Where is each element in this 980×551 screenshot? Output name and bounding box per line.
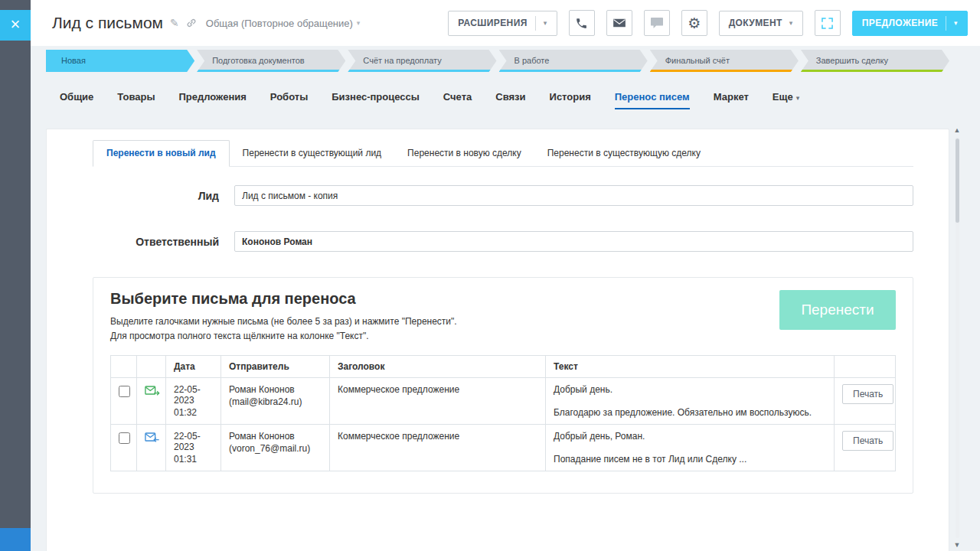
stage-prepay-invoice[interactable]: Счёт на предоплату [348, 50, 496, 72]
left-rail: × [0, 0, 31, 551]
mail-panel-title: Выберите письма для переноса [110, 290, 896, 308]
sender-column-header: Отправитель [221, 356, 330, 378]
mail-date-cell: 22-05-2023 01:31 [166, 425, 221, 471]
tab-more[interactable]: Еще▾ [773, 91, 799, 109]
tab-market[interactable]: Маркет [714, 91, 749, 109]
stage-new[interactable]: Новая [46, 50, 194, 72]
table-row: 22-05-2023 01:31 Роман Кононов (voron_76… [111, 425, 896, 471]
close-slider-button[interactable]: × [0, 10, 31, 41]
chevron-down-icon: ▾ [357, 19, 361, 27]
stage-close-deal[interactable]: Завершить сделку [801, 50, 949, 72]
offer-button[interactable]: ПРЕДЛОЖЕНИЕ ▾ [852, 11, 968, 36]
mail-select-panel: Выберите письма для переноса Выделите га… [93, 277, 913, 494]
button-divider [535, 16, 536, 31]
table-row: 22-05-2023 01:32 Роман Кононов (mail@kib… [111, 378, 896, 425]
pipeline-selector[interactable]: Общая (Повторное обращение) ▾ [206, 18, 361, 29]
tab-mail-transfer[interactable]: Перенос писем [615, 91, 690, 109]
call-button[interactable] [569, 10, 595, 36]
tab-robots[interactable]: Роботы [270, 91, 308, 109]
responsible-field-label: Ответственный [93, 236, 219, 248]
direction-column-header [137, 356, 166, 378]
app-root: × Лид с письмом ✎ Общая (Повторное обращ… [0, 0, 980, 551]
subtab-existing-deal[interactable]: Перенести в существующую сделку [534, 141, 714, 166]
stage-accent [650, 70, 799, 72]
offer-button-label: ПРЕДЛОЖЕНИЕ [862, 18, 938, 28]
tab-offers[interactable]: Предложения [179, 91, 247, 109]
content-area: Перенести в новый лид Перенести в сущест… [31, 119, 980, 551]
checkbox-column-header [111, 356, 137, 378]
stage-accent [801, 70, 949, 72]
stage-docs[interactable]: Подготовка документов [197, 50, 345, 72]
chevron-down-icon: ▾ [954, 19, 958, 27]
mail-text-cell[interactable]: Добрый день, Роман. Попадание писем не в… [546, 425, 835, 471]
chevron-down-icon: ▾ [544, 19, 547, 27]
mail-button[interactable] [606, 10, 632, 36]
text-column-header: Текст [546, 356, 835, 378]
fullscreen-button[interactable] [815, 10, 841, 36]
scrollbar-thumb[interactable] [956, 139, 959, 223]
mail-hint-line2: Для просмотра полного текста щёлкните на… [110, 329, 896, 344]
mail-sender-cell: Роман Кононов (voron_76@mail.ru) [221, 425, 330, 471]
tab-products[interactable]: Товары [117, 91, 155, 109]
mail-table-header-row: Дата Отправитель Заголовок Текст [111, 356, 896, 378]
lead-field-label: Лид [93, 190, 219, 202]
tab-history[interactable]: История [550, 91, 591, 109]
stage-in-progress[interactable]: В работе [499, 50, 648, 72]
stage-accent [197, 70, 345, 72]
settings-button[interactable]: ⚙ [681, 10, 707, 36]
subtab-new-lead[interactable]: Перенести в новый лид [93, 140, 230, 167]
stage-accent [348, 70, 496, 72]
print-button[interactable]: Печать [842, 431, 893, 451]
tab-business-processes[interactable]: Бизнес-процессы [332, 91, 420, 109]
subtab-existing-lead[interactable]: Перенести в существующий лид [230, 141, 395, 166]
phone-icon [575, 17, 588, 30]
mail-subject-cell: Коммерческое предложение [330, 378, 546, 425]
lead-name-input[interactable] [234, 185, 913, 206]
tab-links[interactable]: Связи [495, 91, 525, 109]
mail-date-cell: 22-05-2023 01:32 [166, 378, 221, 425]
mail-subject-cell: Коммерческое предложение [330, 425, 546, 471]
mail-text-cell[interactable]: Добрый день. Благодарю за предложение. О… [546, 378, 835, 425]
tab-general[interactable]: Общие [60, 91, 93, 109]
incoming-mail-icon [145, 431, 158, 444]
tab-invoices[interactable]: Счета [443, 91, 472, 109]
copy-link-icon[interactable] [186, 18, 197, 28]
main-area: Лид с письмом ✎ Общая (Повторное обращен… [31, 0, 980, 551]
extensions-button[interactable]: РАСШИРЕНИЯ ▾ [448, 11, 557, 36]
edit-title-icon[interactable]: ✎ [170, 17, 179, 29]
topbar-actions: РАСШИРЕНИЯ ▾ [448, 10, 968, 36]
mail-row-checkbox[interactable] [119, 386, 130, 397]
page-title: Лид с письмом [52, 14, 163, 32]
pipeline-selector-label: Общая (Повторное обращение) [206, 18, 353, 29]
outgoing-mail-icon [145, 384, 158, 397]
chevron-down-icon: ▾ [796, 94, 800, 102]
main-tabs: Общие Товары Предложения Роботы Бизнес-п… [31, 75, 980, 119]
transfer-button[interactable]: Перенести [779, 290, 896, 330]
gear-icon: ⚙ [688, 16, 701, 31]
vertical-scrollbar[interactable]: ▲ ▼ [952, 126, 962, 549]
mail-hint-line1: Выделите галочками нужные письма (не бол… [110, 315, 896, 329]
document-button-label: ДОКУМЕНТ [729, 18, 782, 28]
mail-icon [612, 18, 626, 28]
scroll-down-icon[interactable]: ▼ [954, 541, 961, 549]
topbar: Лид с письмом ✎ Общая (Повторное обращен… [31, 0, 980, 46]
stage-pipeline: Новая Подготовка документов Счёт на пред… [31, 46, 980, 75]
stage-final-invoice[interactable]: Финальный счёт [650, 50, 799, 72]
subtab-new-deal[interactable]: Перенести в новую сделку [394, 141, 534, 166]
print-button[interactable]: Печать [842, 384, 893, 404]
print-column-header [835, 356, 896, 378]
rail-bottom-accent [0, 528, 31, 551]
stage-accent [499, 70, 648, 72]
date-column-header: Дата [166, 356, 221, 378]
mail-sender-cell: Роман Кононов (mail@kibra24.ru) [221, 378, 330, 425]
chat-button[interactable] [644, 10, 670, 36]
extensions-button-label: РАСШИРЕНИЯ [458, 18, 528, 28]
document-button[interactable]: ДОКУМЕНТ ▾ [719, 11, 803, 36]
mail-row-checkbox[interactable] [119, 432, 130, 444]
transfer-form: Лид Ответственный [93, 185, 913, 252]
responsible-input[interactable] [234, 231, 913, 252]
scroll-up-icon[interactable]: ▲ [954, 126, 961, 134]
chevron-down-icon: ▾ [789, 19, 793, 27]
mail-transfer-card: Перенести в новый лид Перенести в сущест… [46, 129, 949, 551]
expand-icon [822, 18, 833, 29]
